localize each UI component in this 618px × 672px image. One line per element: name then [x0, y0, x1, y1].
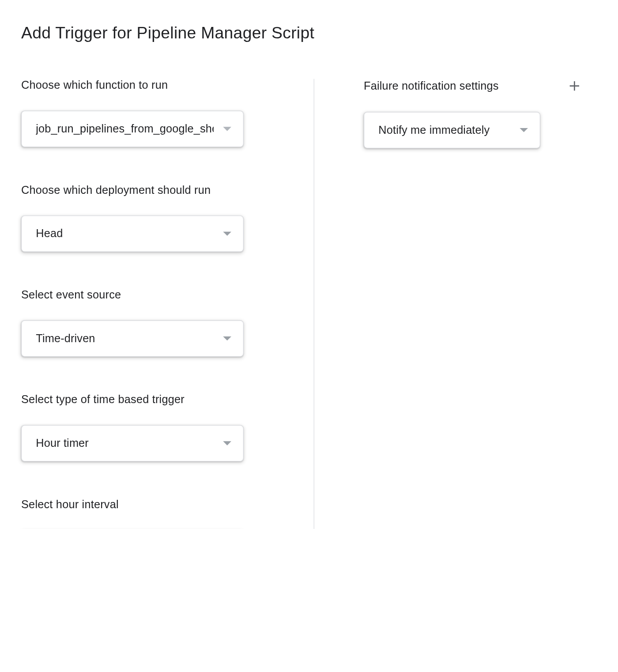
chevron-down-icon — [520, 128, 528, 132]
plus-icon — [568, 79, 581, 92]
failure-value: Notify me immediately — [378, 124, 490, 136]
chevron-down-icon — [223, 232, 231, 236]
function-value: job_run_pipelines_from_google_sheet — [36, 122, 214, 135]
event-source-label: Select event source — [21, 288, 279, 301]
right-column: Failure notification settings Notify me … — [314, 79, 581, 529]
event-source-select[interactable]: Time-driven — [21, 320, 244, 357]
trigger-type-value: Hour timer — [36, 437, 89, 449]
chevron-down-icon — [223, 336, 231, 340]
chevron-down-icon — [223, 441, 231, 445]
event-source-value: Time-driven — [36, 332, 95, 345]
add-notification-button[interactable] — [567, 79, 581, 93]
failure-notification-select[interactable]: Notify me immediately — [364, 112, 540, 148]
function-select[interactable]: job_run_pipelines_from_google_sheet — [21, 111, 244, 147]
interval-label: Select hour interval — [21, 498, 279, 511]
trigger-type-label: Select type of time based trigger — [21, 393, 279, 406]
function-label: Choose which function to run — [21, 79, 279, 92]
trigger-type-select[interactable]: Hour timer — [21, 425, 244, 462]
dialog-title: Add Trigger for Pipeline Manager Script — [21, 23, 581, 42]
failure-label: Failure notification settings — [364, 79, 499, 92]
deployment-value: Head — [36, 227, 63, 240]
chevron-down-icon — [223, 127, 231, 131]
add-trigger-dialog: Add Trigger for Pipeline Manager Script … — [0, 0, 603, 529]
deployment-label: Choose which deployment should run — [21, 184, 279, 196]
left-column: Choose which function to run job_run_pip… — [21, 79, 314, 529]
deployment-select[interactable]: Head — [21, 215, 244, 252]
